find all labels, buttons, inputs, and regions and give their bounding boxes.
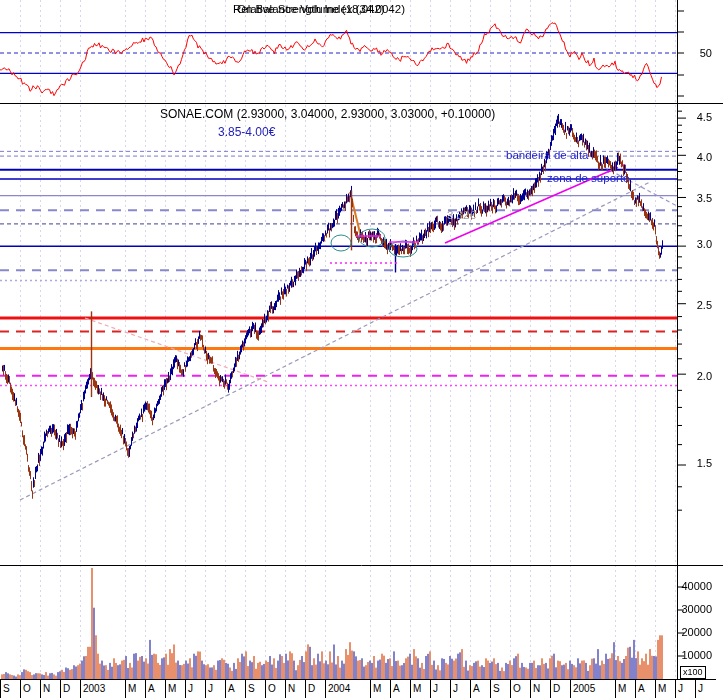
x-axis-month-label: O [20,680,40,698]
price-axis-label: 2.5 [678,300,712,311]
price-target-note: 3.85-4.00€ [218,126,275,138]
x-axis-month-label: A [470,680,490,698]
x-axis-month-label: N [530,680,550,698]
x-axis-month-label: J [675,680,695,698]
price-axis-label: 3.5 [678,193,712,204]
annotation-price-level: 3.32€ [447,210,476,222]
volume-axis-label: 30000 [678,604,712,615]
price-axis-label: 2.0 [678,371,712,382]
x-axis-month-label: A [145,680,165,698]
volume-axis-label: 10000 [678,650,712,661]
volume-unit-label: x100 [680,666,706,679]
x-axis-month-label: M [125,680,145,698]
volume-axis-label: 40000 [678,581,712,592]
chart-window: Relative Strength Index (34.0042) On Bal… [0,0,723,699]
x-axis-month-label: M [655,680,675,698]
x-axis-month-label: A [390,680,410,698]
x-axis-month-label: J [185,680,205,698]
price-axis-label: 1.5 [678,458,712,469]
x-axis-month-label: M [410,680,430,698]
x-axis-month-row: SOND2003MAMJJASOND2004MAMJJASOND2005MAMJ… [0,679,716,699]
annotation-support-zone: zona de suporte [547,173,629,185]
x-axis-month-label: N [285,680,305,698]
x-axis-month-label: M [370,680,390,698]
x-axis-month-label: A [225,680,245,698]
x-axis-month-label: J [205,680,225,698]
x-axis-month-label: M [615,680,635,698]
rsi-axis-label-50: 50 [678,48,712,59]
x-axis-month-label: D [60,680,80,698]
price-chart-title: SONAE.COM (2.93000, 3.04000, 2.93000, 3.… [160,108,495,120]
x-axis-month-label: D [305,680,325,698]
x-axis-month-label: J [450,680,470,698]
x-axis-month-label: D [550,680,570,698]
x-axis-month-label: O [265,680,285,698]
annotation-bull-flag: bandeira de alta [506,150,588,162]
x-axis-month-label: 2004 [325,680,370,698]
x-axis-month-label: J [695,680,716,698]
x-axis-month-label: J [430,680,450,698]
x-axis-month-label: S [0,680,20,698]
x-axis-month-label: M [165,680,185,698]
price-axis-label: 4.0 [678,152,712,163]
x-axis-month-label: O [510,680,530,698]
x-axis-month-label: 2003 [80,680,125,698]
chart-canvas [0,0,723,699]
volume-axis-label: 20000 [678,627,712,638]
x-axis-month-label: S [490,680,510,698]
price-axis-label: 4.5 [678,112,712,123]
x-axis-month-label: N [40,680,60,698]
x-axis-month-label: 2005 [570,680,615,698]
rsi-title-overlay-2: On Balance Volume (18,042) [237,4,385,16]
price-axis-label: 3.0 [678,239,712,250]
x-axis-month-label: S [245,680,265,698]
x-axis-month-label: A [635,680,655,698]
